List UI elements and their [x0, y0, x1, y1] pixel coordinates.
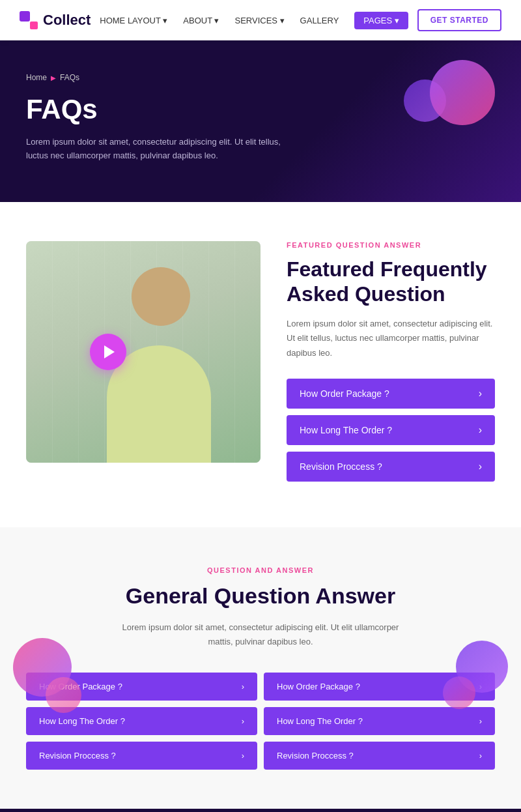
chevron-icon: ›	[479, 716, 482, 726]
navbar: Collect HOME LAYOUT ▾ ABOUT ▾ SERVICES ▾…	[0, 0, 521, 40]
breadcrumb-arrow: ▶	[51, 74, 56, 81]
breadcrumb-home[interactable]: Home	[26, 73, 47, 82]
general-faq-r3[interactable]: Revision Proccess ? ›	[264, 742, 495, 770]
featured-image	[26, 241, 260, 463]
featured-section: FEATURED QUESTION ANSWER Featured Freque…	[0, 202, 521, 527]
brand-logo[interactable]: Collect	[20, 11, 91, 29]
featured-content: FEATURED QUESTION ANSWER Featured Freque…	[287, 241, 495, 488]
hero-description: Lorem ipsum dolor sit amet, consectetur …	[26, 136, 300, 163]
chevron-icon: ›	[479, 424, 482, 436]
featured-tag: FEATURED QUESTION ANSWER	[287, 241, 495, 249]
chevron-icon: ›	[479, 751, 482, 761]
play-button[interactable]	[90, 334, 126, 370]
general-bubble-right	[443, 641, 508, 709]
general-bubble-left	[13, 638, 81, 713]
nav-about[interactable]: ABOUT ▾	[183, 16, 219, 25]
nav-links: HOME LAYOUT ▾ ABOUT ▾ SERVICES ▾ GALLERY…	[100, 12, 408, 29]
chevron-icon: ›	[479, 461, 482, 472]
chevron-icon: ›	[242, 716, 244, 726]
featured-description: Lorem ipsum dolor sit amet, consectetur …	[287, 317, 495, 360]
general-heading: General Question Answer	[26, 583, 495, 609]
general-faq-r2[interactable]: How Long The Order ? ›	[264, 707, 495, 735]
nav-home-layout[interactable]: HOME LAYOUT ▾	[100, 16, 167, 25]
general-tag: QUESTION AND ANSWER	[26, 566, 495, 574]
faq-item-1[interactable]: How Order Package ? ›	[287, 379, 495, 409]
general-faq-l3[interactable]: Revision Proccess ? ›	[26, 742, 257, 770]
faq-item-3[interactable]: Revision Proccess ? ›	[287, 452, 495, 482]
nav-gallery[interactable]: GALLERY	[300, 16, 339, 25]
featured-heading: Featured Frequently Asked Question	[287, 257, 495, 307]
chevron-icon: ›	[479, 388, 482, 399]
general-description: Lorem ipsum dolor sit amet, consectetur …	[111, 620, 410, 649]
general-section: QUESTION AND ANSWER General Question Ans…	[0, 527, 521, 809]
chevron-icon: ›	[242, 682, 244, 691]
bubble-big	[430, 60, 495, 125]
get-started-button[interactable]: GET STARTED	[417, 9, 501, 31]
logo-icon	[20, 11, 38, 29]
faq-item-2[interactable]: How Long The Order ? ›	[287, 415, 495, 445]
chevron-icon: ›	[242, 751, 244, 761]
breadcrumb-page: FAQs	[60, 73, 79, 82]
faq-grid: How Order Package ? › How Order Package …	[26, 673, 495, 770]
brand-name: Collect	[43, 12, 91, 29]
footer: Get The Latest Update Lorem ipsum dolor …	[0, 809, 521, 812]
play-icon	[104, 345, 115, 358]
nav-services[interactable]: SERVICES ▾	[234, 16, 284, 25]
nav-pages[interactable]: PAGES ▾	[354, 12, 408, 29]
hero-section: Home ▶ FAQs FAQs Lorem ipsum dolor sit a…	[0, 40, 521, 202]
